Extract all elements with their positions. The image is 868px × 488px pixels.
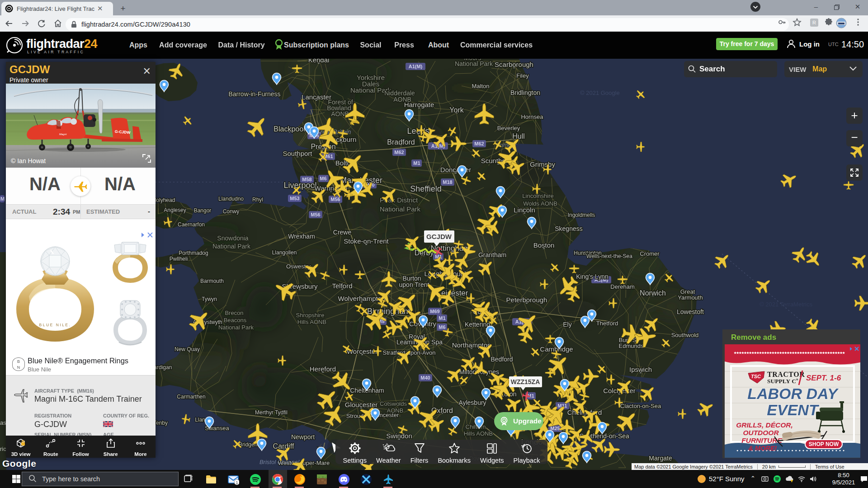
svg-text:© 2021 TerraMetrics: © 2021 TerraMetrics bbox=[760, 301, 812, 308]
svg-text:M6: M6 bbox=[320, 176, 326, 181]
svg-text:Malton: Malton bbox=[472, 83, 489, 89]
svg-text:BLUE NILE.: BLUE NILE. bbox=[39, 323, 71, 327]
svg-text:Hills AONB: Hills AONB bbox=[297, 319, 326, 325]
svg-text:OUTDOOR: OUTDOOR bbox=[743, 429, 779, 436]
svg-text:Lowestoft: Lowestoft bbox=[677, 308, 704, 315]
svg-text:upon Trent: upon Trent bbox=[399, 281, 429, 288]
svg-text:New Quay: New Quay bbox=[175, 346, 200, 352]
svg-text:M40: M40 bbox=[420, 375, 430, 380]
svg-text:Wrexham: Wrexham bbox=[288, 233, 315, 240]
svg-text:AONB: AONB bbox=[393, 96, 411, 103]
svg-text:© 2021 Google: © 2021 Google bbox=[580, 89, 620, 96]
svg-text:M69: M69 bbox=[430, 309, 439, 314]
svg-text:Telford: Telford bbox=[332, 282, 352, 290]
svg-text:Barrow-in-Furness: Barrow-in-Furness bbox=[228, 90, 280, 98]
svg-text:Scarborough: Scarborough bbox=[495, 61, 533, 68]
svg-text:LABOR DAY: LABOR DAY bbox=[747, 385, 839, 402]
svg-text:Peterborough: Peterborough bbox=[506, 296, 547, 304]
svg-text:Crewe: Crewe bbox=[333, 229, 352, 236]
svg-text:Hull: Hull bbox=[512, 132, 525, 140]
svg-text:National Park: National Park bbox=[455, 60, 493, 67]
svg-text:1: 1 bbox=[236, 480, 238, 485]
svg-text:Clacton-on-Sea: Clacton-on-Sea bbox=[620, 403, 661, 409]
svg-text:Skegness: Skegness bbox=[555, 225, 582, 232]
svg-text:SUPPLY Cº: SUPPLY Cº bbox=[767, 378, 798, 385]
svg-text:Carmarthen: Carmarthen bbox=[177, 394, 205, 400]
svg-text:M25: M25 bbox=[550, 426, 560, 431]
svg-text:Bridlington: Bridlington bbox=[510, 89, 540, 96]
svg-text:Snowdonia: Snowdonia bbox=[217, 235, 248, 242]
svg-text:Bangor: Bangor bbox=[194, 207, 212, 214]
svg-text:Chiltern: Chiltern bbox=[466, 423, 486, 430]
svg-text:Swindon: Swindon bbox=[386, 432, 412, 440]
svg-text:& MORE!: & MORE! bbox=[749, 445, 777, 452]
svg-text:Llandudno: Llandudno bbox=[218, 196, 244, 202]
svg-text:R: R bbox=[812, 20, 816, 25]
svg-text:Beverley: Beverley bbox=[497, 125, 520, 131]
svg-text:Stoke-on-Trent: Stoke-on-Trent bbox=[344, 237, 389, 245]
svg-text:A1(M): A1(M) bbox=[409, 64, 423, 69]
svg-text:Cromer: Cromer bbox=[640, 250, 660, 257]
svg-text:Bedford: Bedford bbox=[491, 356, 513, 363]
svg-text:Lincolnshire: Lincolnshire bbox=[522, 192, 553, 199]
svg-text:Margate: Margate bbox=[649, 455, 672, 462]
svg-text:AONB: AONB bbox=[387, 407, 404, 414]
svg-text:Cardiff: Cardiff bbox=[273, 442, 294, 450]
svg-text:Liverpool: Liverpool bbox=[283, 181, 316, 190]
svg-text:TRACTOR: TRACTOR bbox=[767, 371, 805, 378]
svg-text:Filey: Filey bbox=[516, 72, 529, 79]
svg-text:M18: M18 bbox=[443, 179, 452, 185]
svg-text:Grantham: Grantham bbox=[478, 251, 506, 258]
svg-text:Gloucester: Gloucester bbox=[345, 401, 378, 408]
svg-text:TSC: TSC bbox=[751, 374, 761, 379]
svg-text:GCJDW: GCJDW bbox=[426, 233, 452, 240]
svg-text:GRILLS, DÉCOR,: GRILLS, DÉCOR, bbox=[736, 421, 793, 429]
svg-text:Yarmouth: Yarmouth bbox=[678, 294, 703, 301]
svg-text:M1: M1 bbox=[413, 160, 420, 166]
svg-text:Edmunds: Edmunds bbox=[619, 343, 644, 349]
svg-text:Boston: Boston bbox=[533, 241, 555, 249]
svg-text:M56: M56 bbox=[311, 212, 320, 217]
svg-text:Lancaster: Lancaster bbox=[302, 93, 331, 101]
svg-text:Hereford: Hereford bbox=[310, 365, 336, 373]
svg-text:Norwich: Norwich bbox=[640, 289, 666, 297]
svg-text:SHOP NOW: SHOP NOW bbox=[809, 441, 839, 447]
svg-text:National Park: National Park bbox=[380, 205, 421, 213]
svg-text:Llangollen: Llangollen bbox=[272, 249, 297, 256]
svg-text:Ipswich: Ipswich bbox=[629, 366, 652, 373]
svg-text:M53: M53 bbox=[290, 196, 299, 201]
svg-text:Grimsby: Grimsby bbox=[530, 160, 555, 168]
svg-text:Barmouth: Barmouth bbox=[200, 278, 224, 284]
svg-text:Bradford: Bradford bbox=[387, 138, 415, 146]
svg-text:M6: M6 bbox=[439, 324, 445, 330]
svg-text:Hornsea: Hornsea bbox=[521, 113, 543, 120]
svg-text:SEPT. 1-6: SEPT. 1-6 bbox=[806, 374, 841, 382]
svg-text:Caernarfon: Caernarfon bbox=[178, 221, 205, 228]
svg-text:Lincoln: Lincoln bbox=[514, 206, 535, 214]
svg-text:Preston: Preston bbox=[311, 143, 335, 150]
svg-text:Hills AONB: Hills AONB bbox=[464, 430, 493, 437]
svg-text:M62: M62 bbox=[474, 141, 484, 146]
svg-text:Sheffield: Sheffield bbox=[410, 184, 442, 193]
svg-text:Shropshire: Shropshire bbox=[296, 312, 325, 319]
svg-text:Wells-next-the-Sea: Wells-next-the-Sea bbox=[586, 253, 632, 259]
svg-text:EVENT: EVENT bbox=[767, 401, 820, 418]
svg-text:Newport: Newport bbox=[291, 433, 315, 441]
svg-text:WZZ15ZA: WZZ15ZA bbox=[511, 378, 540, 385]
svg-text:Kendal: Kendal bbox=[308, 59, 330, 64]
svg-text:Cotswolds: Cotswolds bbox=[380, 400, 407, 407]
svg-text:Holyhead: Holyhead bbox=[152, 197, 175, 203]
svg-text:Brecon: Brecon bbox=[225, 310, 243, 316]
svg-text:Anglesey: Anglesey bbox=[164, 207, 186, 213]
svg-text:M1: M1 bbox=[439, 315, 445, 321]
svg-text:Ely: Ely bbox=[563, 321, 571, 328]
svg-text:Aylesbury: Aylesbury bbox=[458, 399, 486, 406]
svg-text:Tywyn: Tywyn bbox=[202, 296, 217, 302]
svg-text:Rhyl: Rhyl bbox=[252, 197, 263, 203]
svg-text:Ingoldmells: Ingoldmells bbox=[568, 212, 595, 218]
svg-text:Pwllheli: Pwllheli bbox=[170, 256, 188, 262]
svg-text:Porthmadog: Porthmadog bbox=[179, 250, 208, 256]
svg-text:Southport: Southport bbox=[283, 150, 312, 157]
svg-text:Thetford: Thetford bbox=[596, 320, 618, 327]
svg-text:Merthyr Tydfil: Merthyr Tydfil bbox=[255, 409, 288, 416]
